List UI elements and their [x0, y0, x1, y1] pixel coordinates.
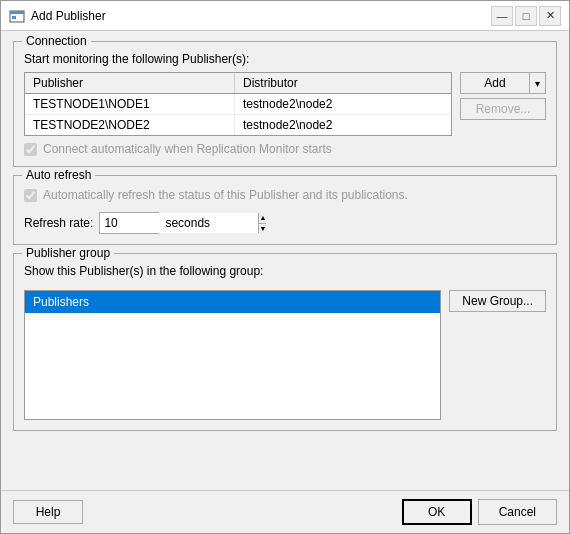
spin-down-button[interactable]: ▼: [259, 224, 266, 234]
dialog-content: Connection Start monitoring the followin…: [1, 31, 569, 490]
maximize-button[interactable]: □: [515, 6, 537, 26]
add-split-button: Add ▾: [460, 72, 546, 94]
add-dropdown-arrow[interactable]: ▾: [530, 72, 546, 94]
help-button[interactable]: Help: [13, 500, 83, 524]
title-bar-controls: — □ ✕: [491, 6, 561, 26]
seconds-label: seconds: [165, 216, 210, 230]
refresh-rate-label: Refresh rate:: [24, 216, 93, 230]
table-row[interactable]: TESTNODE1\NODE1 testnode2\node2: [25, 94, 451, 115]
ok-button[interactable]: OK: [402, 499, 472, 525]
window-title: Add Publisher: [31, 9, 491, 23]
svg-rect-2: [12, 16, 16, 19]
list-item[interactable]: Publishers: [25, 291, 440, 313]
col-distributor: Distributor: [235, 73, 451, 93]
title-bar: Add Publisher — □ ✕: [1, 1, 569, 31]
auto-refresh-label: Automatically refresh the status of this…: [43, 188, 408, 202]
new-group-button[interactable]: New Group...: [449, 290, 546, 312]
connection-legend: Connection: [22, 34, 91, 48]
auto-refresh-group: Auto refresh Automatically refresh the s…: [13, 175, 557, 245]
auto-refresh-checkbox[interactable]: [24, 189, 37, 202]
distributor-cell-2: testnode2\node2: [235, 115, 451, 135]
table-buttons: Add ▾ Remove...: [460, 72, 546, 120]
publisher-group-legend: Publisher group: [22, 246, 114, 260]
distributor-cell-1: testnode2\node2: [235, 94, 451, 114]
publisher-group-label: Show this Publisher(s) in the following …: [24, 264, 546, 278]
dialog-footer: Help OK Cancel: [1, 490, 569, 533]
publisher-group-section: Show this Publisher(s) in the following …: [24, 260, 546, 420]
spin-up-button[interactable]: ▲: [259, 213, 266, 224]
spin-arrows: ▲ ▼: [258, 213, 266, 233]
publisher-cell-2: TESTNODE2\NODE2: [25, 115, 235, 135]
auto-refresh-legend: Auto refresh: [22, 168, 95, 182]
minimize-button[interactable]: —: [491, 6, 513, 26]
connection-label: Start monitoring the following Publisher…: [24, 52, 546, 66]
cancel-button[interactable]: Cancel: [478, 499, 557, 525]
footer-right-buttons: OK Cancel: [402, 499, 557, 525]
connect-auto-label: Connect automatically when Replication M…: [43, 142, 332, 156]
add-button[interactable]: Add: [460, 72, 530, 94]
group-buttons: New Group...: [449, 290, 546, 312]
refresh-rate-row: Refresh rate: ▲ ▼ seconds: [24, 212, 546, 234]
window-icon: [9, 8, 25, 24]
table-area: Publisher Distributor TESTNODE1\NODE1 te…: [24, 72, 546, 136]
connect-auto-row: Connect automatically when Replication M…: [24, 142, 546, 156]
add-publisher-window: Add Publisher — □ ✕ Connection Start mon…: [0, 0, 570, 534]
table-row[interactable]: TESTNODE2\NODE2 testnode2\node2: [25, 115, 451, 135]
refresh-spin-box[interactable]: ▲ ▼: [99, 212, 159, 234]
auto-refresh-section: Automatically refresh the status of this…: [24, 182, 546, 234]
remove-button[interactable]: Remove...: [460, 98, 546, 120]
publisher-cell-1: TESTNODE1\NODE1: [25, 94, 235, 114]
group-list[interactable]: Publishers: [24, 290, 441, 420]
col-publisher: Publisher: [25, 73, 235, 93]
publishers-table: Publisher Distributor TESTNODE1\NODE1 te…: [24, 72, 452, 136]
group-list-area: Publishers New Group...: [24, 290, 546, 420]
publisher-group-box: Publisher group Show this Publisher(s) i…: [13, 253, 557, 431]
connect-auto-checkbox[interactable]: [24, 143, 37, 156]
svg-rect-1: [10, 11, 24, 14]
close-button[interactable]: ✕: [539, 6, 561, 26]
auto-refresh-checkbox-row: Automatically refresh the status of this…: [24, 188, 546, 202]
connection-group: Connection Start monitoring the followin…: [13, 41, 557, 167]
table-header: Publisher Distributor: [25, 73, 451, 94]
